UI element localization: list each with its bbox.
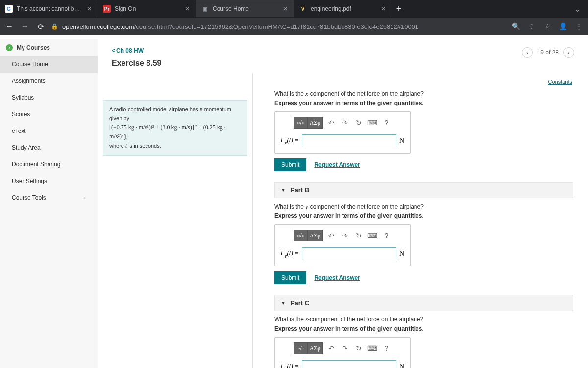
new-tab-button[interactable]: +	[392, 4, 406, 14]
symbols-button[interactable]: ΑΣφ	[307, 230, 323, 241]
close-icon[interactable]: ✕	[86, 5, 93, 12]
star-icon[interactable]: ☆	[542, 22, 553, 31]
symbols-button[interactable]: ΑΣφ	[307, 117, 323, 129]
redo-icon[interactable]: ↷	[340, 117, 350, 128]
next-item-button[interactable]: ›	[564, 47, 574, 58]
question-text-b: What is the y-component of the net force…	[274, 203, 573, 210]
my-courses-link[interactable]: ‹ My Courses	[0, 39, 98, 56]
tab-title: This account cannot be access	[17, 5, 82, 12]
browser-chrome: G This account cannot be access ✕ Pr Sig…	[0, 0, 588, 35]
templates-button[interactable]: ▫√▫	[294, 117, 307, 129]
url-field[interactable]: 🔒 openvellum.ecollege.com/course.html?co…	[51, 23, 506, 30]
submit-button[interactable]: Submit	[274, 271, 306, 284]
share-icon[interactable]: ⤴	[526, 23, 537, 31]
sidebar-item-etext[interactable]: eText	[0, 123, 98, 139]
request-answer-link[interactable]: Request Answer	[314, 161, 360, 168]
templates-button[interactable]: ▫√▫	[294, 342, 307, 354]
chevron-left-icon: <	[112, 47, 115, 54]
browser-tab[interactable]: Pr Sign On ✕	[98, 0, 196, 17]
sidebar-nav: ‹ My Courses Course Home Assignments Syl…	[0, 39, 98, 368]
sidebar-item-user-settings[interactable]: User Settings	[0, 173, 98, 189]
answer-input-a[interactable]	[302, 134, 396, 147]
constants-link[interactable]: Constants	[548, 79, 572, 85]
keyboard-icon[interactable]: ⌨	[367, 343, 378, 354]
templates-button[interactable]: ▫√▫	[294, 230, 307, 241]
close-icon[interactable]: ✕	[184, 5, 191, 12]
kebab-menu-icon[interactable]: ⋮	[573, 22, 584, 31]
answer-input-c[interactable]	[302, 360, 396, 368]
profile-icon[interactable]: 👤	[558, 22, 568, 31]
close-icon[interactable]: ✕	[282, 5, 289, 12]
equation-toolbar: ▫√▫ ΑΣφ ↶ ↷ ↻ ⌨ ?	[281, 342, 404, 354]
tab-title: engineering.pdf	[311, 5, 376, 12]
instruction-a: Express your answer in terms of the give…	[274, 100, 573, 106]
problem-statement-column: A radio-controlled model airplane has a …	[98, 73, 253, 368]
sidebar-item-course-tools[interactable]: Course Tools ›	[0, 189, 98, 206]
answer-input-b[interactable]	[302, 247, 396, 260]
instruction-b: Express your answer in terms of the give…	[274, 212, 573, 219]
part-c: ▼ Part C What is the z-component of the …	[274, 295, 573, 368]
part-c-header[interactable]: ▼ Part C	[274, 295, 573, 311]
help-icon[interactable]: ?	[381, 117, 392, 128]
answer-box-c: ▫√▫ ΑΣφ ↶ ↷ ↻ ⌨ ? Fz(t) = N	[274, 337, 411, 368]
keyboard-icon[interactable]: ⌨	[367, 117, 378, 128]
sidebar-item-document-sharing[interactable]: Document Sharing	[0, 156, 98, 173]
submit-row: Submit Request Answer	[274, 158, 573, 171]
chevron-right-icon: ›	[84, 194, 86, 201]
reset-icon[interactable]: ↻	[353, 230, 364, 241]
help-icon[interactable]: ?	[381, 343, 392, 354]
chevron-down-icon[interactable]: ⌄	[567, 4, 588, 14]
sidebar-item-syllabus[interactable]: Syllabus	[0, 89, 98, 106]
problem-expression: [(−0.75 kg · m/s³)t² + (3.0 kg · m/s)] î…	[109, 124, 226, 140]
course-tools-label: Course Tools	[12, 194, 46, 201]
answer-input-row: Fx(t) = N	[281, 134, 404, 147]
part-b-header[interactable]: ▼ Part B	[274, 182, 573, 198]
undo-icon[interactable]: ↶	[326, 343, 337, 354]
unit-label: N	[399, 250, 404, 258]
close-icon[interactable]: ✕	[380, 5, 387, 12]
back-circle-icon: ‹	[6, 44, 13, 51]
sidebar-item-scores[interactable]: Scores	[0, 106, 98, 123]
tab-title: Sign On	[115, 5, 180, 12]
answer-column: Constants What is the x-component of the…	[253, 73, 588, 368]
request-answer-link[interactable]: Request Answer	[314, 274, 360, 281]
answer-input-row: Fz(t) = N	[281, 360, 404, 368]
redo-icon[interactable]: ↷	[340, 343, 350, 354]
sidebar-item-study-area[interactable]: Study Area	[0, 139, 98, 156]
redo-icon[interactable]: ↷	[340, 230, 350, 241]
keyboard-icon[interactable]: ⌨	[367, 230, 378, 241]
url-domain: openvellum.ecollege.com	[62, 23, 134, 30]
collapse-icon: ▼	[281, 300, 286, 306]
browser-tab[interactable]: V engineering.pdf ✕	[294, 0, 392, 17]
equation-toolbar: ▫√▫ ΑΣφ ↶ ↷ ↻ ⌨ ?	[281, 117, 404, 129]
problem-tail: where t is in seconds.	[109, 143, 161, 149]
search-icon[interactable]: 🔍	[511, 22, 521, 31]
main-body: A radio-controlled model airplane has a …	[98, 73, 588, 368]
browser-tab[interactable]: G This account cannot be access ✕	[0, 0, 98, 17]
assignment-header: < Ch 08 HW Exercise 8.59 ‹ 19 of 28 ›	[98, 39, 588, 73]
sidebar-item-course-home[interactable]: Course Home	[0, 56, 98, 73]
help-icon[interactable]: ?	[381, 230, 392, 241]
undo-icon[interactable]: ↶	[326, 230, 337, 241]
symbols-button[interactable]: ΑΣφ	[307, 342, 323, 354]
part-a: What is the x-component of the net force…	[274, 90, 573, 171]
sidebar-item-assignments[interactable]: Assignments	[0, 73, 98, 89]
reload-button[interactable]: ⟳	[35, 21, 46, 32]
undo-icon[interactable]: ↶	[326, 117, 337, 128]
browser-tab-active[interactable]: ▣ Course Home ✕	[196, 0, 294, 17]
forward-button[interactable]: →	[20, 21, 30, 32]
reset-icon[interactable]: ↻	[353, 343, 364, 354]
reset-icon[interactable]: ↻	[353, 117, 364, 128]
back-button[interactable]: ←	[4, 21, 15, 32]
problem-intro: A radio-controlled model airplane has a …	[109, 106, 231, 121]
pager: ‹ 19 of 28 ›	[522, 47, 574, 58]
unit-label: N	[399, 363, 404, 368]
instruction-c: Express your answer in terms of the give…	[274, 325, 573, 332]
equation-toolbar: ▫√▫ ΑΣφ ↶ ↷ ↻ ⌨ ?	[281, 230, 404, 241]
submit-button[interactable]: Submit	[274, 158, 306, 171]
tab-title: Course Home	[213, 5, 278, 12]
prev-item-button[interactable]: ‹	[522, 47, 533, 58]
page-content: ‹ My Courses Course Home Assignments Syl…	[0, 39, 588, 368]
exercise-title: Exercise 8.59	[112, 59, 161, 68]
breadcrumb[interactable]: < Ch 08 HW	[112, 47, 161, 54]
